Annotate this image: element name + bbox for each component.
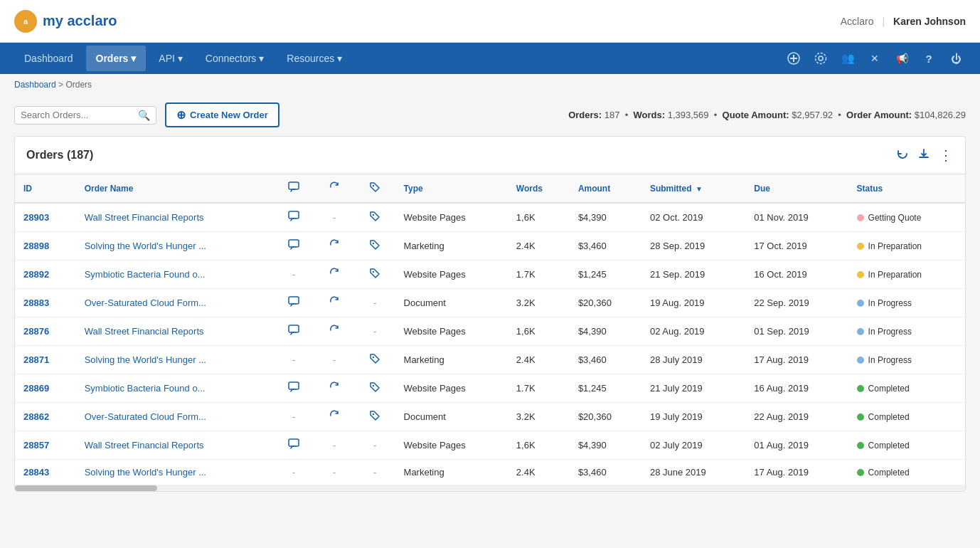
search-icon[interactable]: 🔍 [138,110,150,121]
status-label: In Preparation [868,270,922,280]
status-label: Completed [868,412,910,422]
plus-icon[interactable] [784,48,804,68]
col-due[interactable]: Due [745,174,848,203]
col-submitted[interactable]: Submitted ▼ [641,174,745,203]
cell-id[interactable]: 28869 [15,374,76,403]
cell-redo: - [314,203,355,232]
cell-name[interactable]: Wall Street Financial Reports [76,317,274,346]
cell-name[interactable]: Symbiotic Bacteria Found o... [76,260,274,289]
cell-amount: $1,245 [570,374,641,403]
tools-icon[interactable]: ✕ [865,48,885,68]
status-dot [857,271,864,278]
create-order-button[interactable]: ⊕ Create New Order [165,102,279,127]
logo-text: my acclaro [43,13,117,29]
cell-name[interactable]: Over-Saturated Cloud Form... [76,403,274,431]
download-button[interactable] [917,147,930,163]
cell-tag[interactable] [355,346,395,374]
cell-status: In Progress [848,346,965,374]
search-input[interactable] [21,110,134,120]
status-label: Getting Quote [868,213,922,223]
cell-chat[interactable] [274,232,314,260]
status-label: In Progress [868,298,912,308]
breadcrumb-parent[interactable]: Dashboard [14,80,56,90]
acclaro-link[interactable]: Acclaro [841,16,874,27]
users-icon[interactable]: 👥 [838,48,858,68]
cell-chat[interactable] [274,203,314,232]
breadcrumb: Dashboard > Orders [0,74,980,95]
cell-words: 2.4K [508,346,570,374]
cell-id[interactable]: 28892 [15,260,76,289]
cell-tag[interactable] [355,203,395,232]
status-dot [857,385,864,392]
cell-redo[interactable] [314,403,355,431]
cell-tag[interactable] [355,374,395,403]
cell-id[interactable]: 28898 [15,232,76,260]
cell-name[interactable]: Over-Saturated Cloud Form... [76,289,274,317]
cell-id[interactable]: 28857 [15,431,76,460]
cell-redo[interactable] [314,317,355,346]
col-tag[interactable] [355,174,395,203]
cell-redo[interactable] [314,289,355,317]
username: Karen Johnson [893,16,966,27]
cell-id[interactable]: 28871 [15,346,76,374]
cell-type: Document [395,289,508,317]
svg-point-13 [373,271,374,273]
svg-rect-9 [289,211,299,218]
col-redo[interactable] [314,174,355,203]
cell-tag[interactable] [355,403,395,431]
cell-redo[interactable] [314,374,355,403]
cell-redo[interactable] [314,232,355,260]
power-icon[interactable]: ⏻ [946,48,966,68]
nav-orders[interactable]: Orders ▾ [86,46,147,71]
col-type[interactable]: Type [395,174,508,203]
cell-tag[interactable] [355,232,395,260]
cell-tag[interactable] [355,260,395,289]
col-chat[interactable] [274,174,314,203]
gear-icon[interactable] [811,48,831,68]
orders-table-card: Orders (187) ⋮ [14,136,966,492]
logo[interactable]: a my acclaro [14,10,117,33]
cell-id[interactable]: 28883 [15,289,76,317]
cell-due: 16 Aug. 2019 [745,374,848,403]
nav-resources[interactable]: Resources ▾ [277,46,352,71]
cell-chat[interactable] [274,289,314,317]
cell-name[interactable]: Solving the World's Hunger ... [76,232,274,260]
nav-dashboard[interactable]: Dashboard [14,46,83,71]
cell-chat[interactable] [274,374,314,403]
col-words[interactable]: Words [508,174,570,203]
help-icon[interactable]: ? [919,48,939,68]
cell-id[interactable]: 28876 [15,317,76,346]
cell-name[interactable]: Solving the World's Hunger ... [76,460,274,485]
cell-id[interactable]: 28903 [15,203,76,232]
status-dot [857,413,864,421]
cell-id[interactable]: 28843 [15,460,76,485]
col-order-name[interactable]: Order Name [76,174,274,203]
cell-redo[interactable] [314,260,355,289]
nav-connectors[interactable]: Connectors ▾ [196,46,274,71]
cell-name[interactable]: Wall Street Financial Reports [76,431,274,460]
table-row: 28903Wall Street Financial Reports-Websi… [15,203,965,232]
cell-amount: $3,460 [570,460,641,485]
nav-api[interactable]: API ▾ [149,46,192,71]
cell-name[interactable]: Symbiotic Bacteria Found o... [76,374,274,403]
cell-name[interactable]: Wall Street Financial Reports [76,203,274,232]
cell-status: Completed [848,403,965,431]
search-box[interactable]: 🔍 [14,106,156,125]
scroll-indicator [15,485,965,491]
cell-chat[interactable] [274,317,314,346]
cell-id[interactable]: 28862 [15,403,76,431]
cell-words: 1.7K [508,260,570,289]
more-options-button[interactable]: ⋮ [939,147,954,164]
col-amount[interactable]: Amount [570,174,641,203]
cell-type: Website Pages [395,431,508,460]
col-status[interactable]: Status [848,174,965,203]
status-label: In Progress [868,327,912,337]
megaphone-icon[interactable]: 📢 [892,48,912,68]
cell-chat[interactable] [274,431,314,460]
scroll-thumb[interactable] [15,485,157,491]
cell-due: 01 Sep. 2019 [745,317,848,346]
col-id[interactable]: ID [15,174,76,203]
status-dot [857,469,864,476]
cell-name[interactable]: Solving the World's Hunger ... [76,346,274,374]
refresh-button[interactable] [896,147,909,163]
